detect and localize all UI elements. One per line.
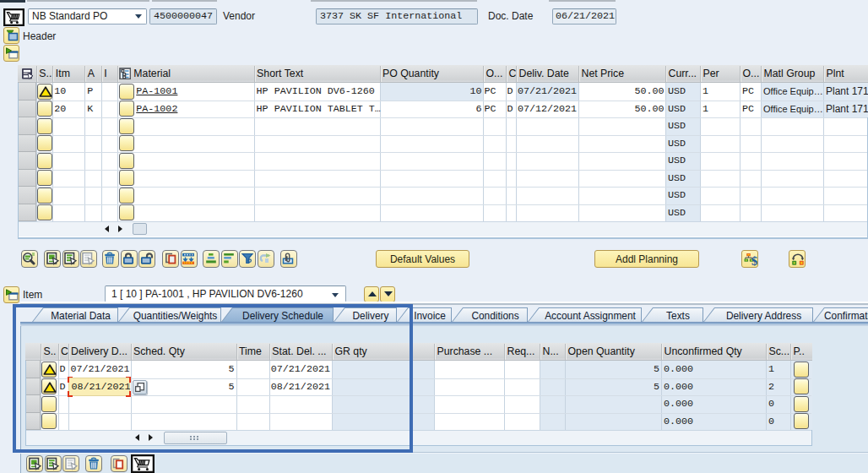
svg-text:$: $ xyxy=(751,254,757,266)
